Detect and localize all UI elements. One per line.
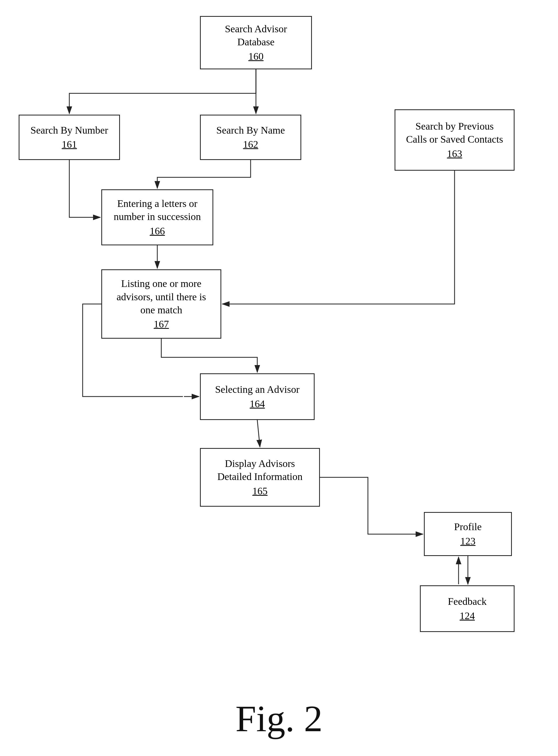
listing-advisors-ref: 167 (154, 318, 169, 331)
listing-advisors-label: Listing one or moreadvisors, until there… (117, 277, 206, 317)
search-advisor-box: Search AdvisorDatabase 160 (200, 16, 312, 69)
feedback-ref: 124 (460, 609, 475, 623)
arrow-160-to-161 (69, 69, 256, 114)
search-by-name-box: Search By Name 162 (200, 115, 301, 160)
profile-label: Profile (454, 520, 481, 533)
display-advisors-label: Display AdvisorsDetailed Information (217, 457, 303, 483)
selecting-advisor-box: Selecting an Advisor 164 (200, 373, 314, 420)
diagram-container: Search AdvisorDatabase 160 Search By Num… (0, 0, 558, 720)
arrow-162-to-166 (157, 160, 251, 188)
search-by-previous-box: Search by PreviousCalls or Saved Contact… (395, 109, 514, 171)
entering-letters-box: Entering a letters ornumber in successio… (101, 189, 213, 245)
search-by-number-label: Search By Number (30, 124, 108, 137)
search-by-number-ref: 161 (62, 138, 77, 151)
profile-ref: 123 (460, 535, 476, 548)
search-by-name-ref: 162 (243, 138, 258, 151)
search-by-previous-ref: 163 (447, 147, 462, 160)
selecting-advisor-label: Selecting an Advisor (215, 383, 300, 396)
feedback-label: Feedback (448, 595, 487, 608)
display-advisors-box: Display AdvisorsDetailed Information 165 (200, 448, 320, 507)
arrow-167-to-164 (161, 339, 257, 372)
entering-letters-ref: 166 (150, 225, 165, 237)
listing-advisors-box: Listing one or moreadvisors, until there… (101, 269, 221, 339)
display-advisors-ref: 165 (252, 484, 268, 498)
arrow-164-to-165 (257, 420, 260, 447)
feedback-box: Feedback 124 (420, 585, 514, 632)
arrow-165-to-profile (320, 477, 423, 534)
figure-label: Fig. 2 (235, 697, 323, 740)
search-advisor-label: Search AdvisorDatabase (225, 22, 287, 49)
search-by-name-label: Search By Name (216, 124, 285, 137)
arrow-161-to-166 (69, 160, 100, 217)
selecting-advisor-ref: 164 (250, 397, 265, 410)
profile-box: Profile 123 (424, 512, 512, 556)
search-by-number-box: Search By Number 161 (19, 115, 120, 160)
search-by-previous-label: Search by PreviousCalls or Saved Contact… (406, 120, 503, 146)
search-advisor-ref: 160 (249, 50, 264, 63)
entering-letters-label: Entering a letters ornumber in successio… (113, 197, 201, 224)
arrow-163-to-167 (222, 171, 455, 304)
